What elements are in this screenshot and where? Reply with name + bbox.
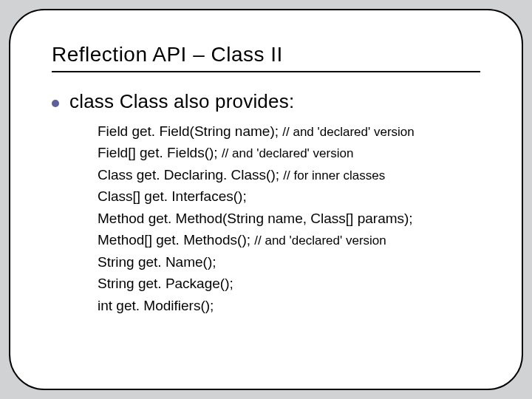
- code-text: Class[] get. Interfaces();: [98, 188, 247, 204]
- code-line: Field get. Field(String name); // and 'd…: [98, 120, 415, 142]
- code-line: Method get. Method(String name, Class[] …: [98, 208, 415, 229]
- slide-title: Reflection API – Class II: [52, 43, 480, 72]
- code-list: Field get. Field(String name); // and 'd…: [98, 120, 415, 316]
- code-text: Class get. Declaring. Class();: [98, 167, 283, 183]
- code-text: String get. Package();: [98, 276, 233, 291]
- code-text: String get. Name();: [98, 254, 216, 270]
- code-line: Method[] get. Methods(); // and 'declare…: [98, 229, 415, 250]
- code-line: String get. Name();: [98, 251, 415, 273]
- code-text: Field get. Field(String name);: [98, 123, 282, 139]
- code-line: int get. Modifiers();: [98, 295, 415, 316]
- lead-text: class Class also provides:: [69, 90, 415, 113]
- code-comment: // and 'declared' version: [222, 146, 353, 160]
- code-text: Field[] get. Fields();: [98, 145, 222, 160]
- code-comment: // for inner classes: [283, 168, 385, 183]
- slide-frame: Reflection API – Class II class Class al…: [9, 9, 523, 390]
- bullet-icon: [52, 100, 59, 107]
- code-comment: // and 'declared' version: [282, 125, 414, 139]
- code-line: String get. Package();: [98, 273, 415, 294]
- slide-body: class Class also provides: Field get. Fi…: [52, 90, 480, 316]
- code-text: int get. Modifiers();: [98, 298, 214, 313]
- code-line: Field[] get. Fields(); // and 'declared'…: [98, 142, 415, 163]
- code-line: Class get. Declaring. Class(); // for in…: [98, 164, 415, 185]
- code-text: Method get. Method(String name, Class[] …: [98, 211, 413, 226]
- code-line: Class[] get. Interfaces();: [98, 185, 415, 207]
- code-comment: // and 'declared' version: [254, 233, 386, 248]
- code-text: Method[] get. Methods();: [98, 232, 254, 248]
- content-column: class Class also provides: Field get. Fi…: [69, 90, 415, 316]
